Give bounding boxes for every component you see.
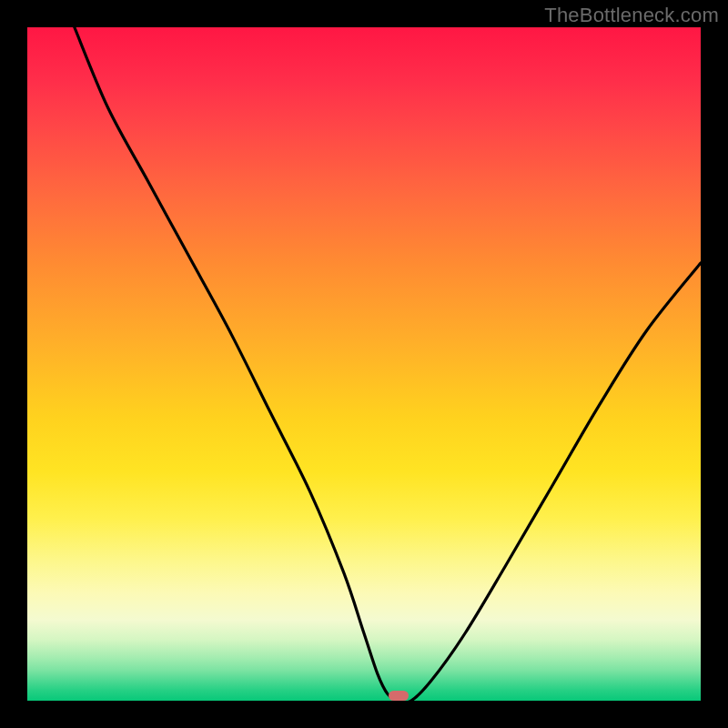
- bottleneck-curve: [27, 27, 701, 701]
- plot-area: [27, 27, 701, 701]
- watermark-text: TheBottleneck.com: [544, 4, 719, 27]
- optimal-marker: [389, 691, 409, 701]
- image-container: TheBottleneck.com: [0, 0, 728, 728]
